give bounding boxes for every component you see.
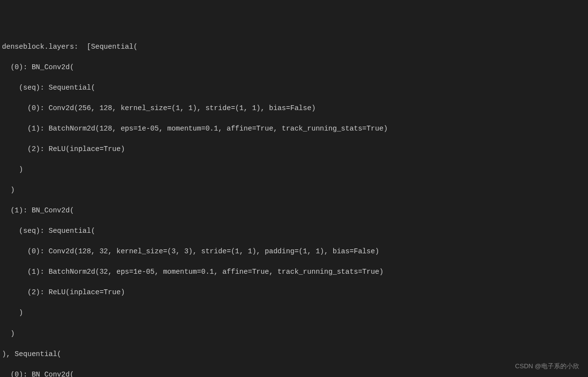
code-line: ): [2, 329, 588, 339]
watermark-text: CSDN @电子系的小欣: [515, 362, 579, 371]
code-line: denseblock.layers: [Sequential(: [2, 42, 588, 52]
code-line: (2): ReLU(inplace=True): [2, 144, 588, 154]
code-line: ): [2, 185, 588, 195]
code-line: (1): BatchNorm2d(128, eps=1e-05, momentu…: [2, 124, 588, 134]
code-line: (seq): Sequential(: [2, 83, 588, 93]
code-line: (1): BatchNorm2d(32, eps=1e-05, momentum…: [2, 267, 588, 277]
code-line: (0): BN_Conv2d(: [2, 370, 588, 377]
code-line: (0): Conv2d(128, 32, kernel_size=(3, 3),…: [2, 246, 588, 257]
code-line: (1): BN_Conv2d(: [2, 206, 588, 216]
code-line: (seq): Sequential(: [2, 226, 588, 236]
terminal-output[interactable]: denseblock.layers: [Sequential( (0): BN_…: [2, 42, 588, 377]
code-line: (2): ReLU(inplace=True): [2, 287, 588, 298]
code-line: ): [2, 308, 588, 318]
code-line: ): [2, 165, 588, 175]
code-line: (0): Conv2d(256, 128, kernel_size=(1, 1)…: [2, 103, 588, 113]
code-line: (0): BN_Conv2d(: [2, 62, 588, 73]
code-line: ), Sequential(: [2, 349, 588, 359]
